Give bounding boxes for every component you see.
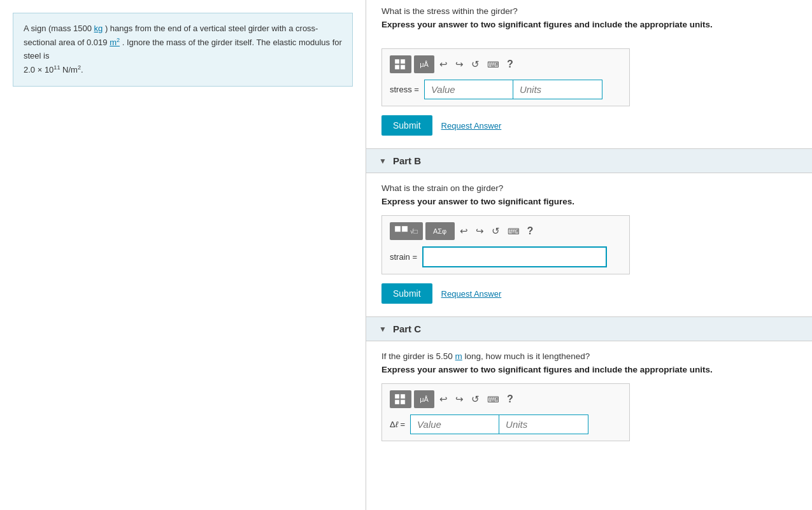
part-c-grid-btn[interactable] (390, 390, 411, 408)
part-a-redo-btn[interactable]: ↪ (453, 55, 466, 73)
left-panel: A sign (mass 1500 kg ) hangs from the en… (0, 0, 366, 510)
part-b-submit-button[interactable]: Submit (381, 283, 432, 304)
part-c-unit-m: m (455, 351, 462, 361)
part-c-content: If the girder is 5.50 m long, how much i… (366, 341, 812, 463)
unit-kg: kg (94, 24, 103, 33)
part-c-answer-box: μÅ ↩ ↪ ↺ ⌨ ? Δℓ = (381, 383, 630, 441)
svg-rect-10 (401, 400, 405, 404)
part-c-instruction: Express your answer to two significant f… (381, 365, 797, 374)
part-a-units-input[interactable] (513, 80, 602, 99)
part-c-input-row: Δℓ = (390, 414, 622, 434)
part-c-toolbar: μÅ ↩ ↪ ↺ ⌨ ? (390, 390, 622, 408)
part-c-arrow-icon[interactable]: ▼ (379, 325, 387, 334)
part-c-reset-btn[interactable]: ↺ (469, 390, 482, 408)
part-b-input-row: strain = (390, 246, 622, 267)
part-b-question: What is the strain on the girder? (381, 183, 797, 193)
part-c-value-input[interactable] (410, 414, 499, 434)
part-b-request-answer-button[interactable]: Request Answer (441, 289, 502, 299)
part-a-question: What is the stress within the girder? (381, 6, 797, 16)
part-b-reset-btn[interactable]: ↺ (489, 222, 502, 240)
part-c-undo-btn[interactable]: ↩ (437, 390, 450, 408)
problem-text: A sign (mass 1500 kg ) hangs from the en… (24, 22, 342, 77)
part-c-help-btn[interactable]: ? (504, 390, 516, 408)
part-c-label: Δℓ = (390, 420, 405, 429)
svg-rect-5 (402, 226, 408, 232)
part-c-header: ▼ Part C (366, 316, 812, 341)
part-a-label: stress = (390, 85, 419, 94)
svg-rect-2 (395, 65, 399, 69)
part-a-reset-btn[interactable]: ↺ (469, 55, 482, 73)
part-b-answer-box: √ √□ ΑΣφ ↩ ↪ ↺ ⌨ ? strain = (381, 215, 630, 274)
part-a-undo-btn[interactable]: ↩ (437, 55, 450, 73)
part-b-arrow-icon[interactable]: ▼ (379, 157, 387, 166)
part-a-grid-btn[interactable] (390, 55, 411, 73)
part-a-submit-button[interactable]: Submit (381, 115, 432, 136)
part-a-value-input[interactable] (424, 80, 513, 99)
part-c-keyboard-btn[interactable]: ⌨ (485, 390, 502, 408)
part-b-keyboard-btn[interactable]: ⌨ (505, 222, 522, 240)
svg-rect-1 (401, 59, 405, 64)
part-a-unit-btn[interactable]: μÅ (414, 55, 434, 73)
right-panel: What is the stress within the girder? Ex… (366, 0, 812, 510)
part-a-instruction: Express your answer to two significant f… (381, 20, 797, 29)
part-a-request-answer-button[interactable]: Request Answer (441, 121, 502, 131)
part-c-units-input[interactable] (499, 414, 588, 434)
part-b-content: What is the strain on the girder? Expres… (366, 173, 812, 316)
part-b-undo-btn[interactable]: ↩ (457, 222, 471, 240)
part-a-toolbar: μÅ ↩ ↪ ↺ ⌨ ? (390, 55, 622, 73)
svg-rect-3 (401, 65, 405, 69)
part-b-label: strain = (390, 252, 417, 262)
part-b-value-input[interactable] (422, 246, 607, 267)
part-b-redo-btn[interactable]: ↪ (473, 222, 487, 240)
part-c-label: Part C (393, 323, 421, 334)
svg-rect-9 (395, 400, 399, 404)
svg-rect-0 (395, 59, 399, 64)
part-b-instruction: Express your answer to two significant f… (381, 197, 797, 206)
part-b-toolbar: √ √□ ΑΣφ ↩ ↪ ↺ ⌨ ? (390, 222, 622, 240)
part-a-input-row: stress = (390, 80, 622, 99)
part-c-redo-btn[interactable]: ↪ (453, 390, 466, 408)
part-b-header: ▼ Part B (366, 148, 812, 173)
problem-statement: A sign (mass 1500 kg ) hangs from the en… (13, 13, 353, 87)
part-a-help-btn[interactable]: ? (504, 55, 516, 73)
part-b-symbol-btn[interactable]: ΑΣφ (425, 222, 455, 240)
part-a-keyboard-btn[interactable]: ⌨ (485, 55, 502, 73)
svg-rect-8 (401, 394, 405, 399)
part-b-math-btn[interactable]: √ √□ (390, 222, 423, 240)
part-b-help-btn[interactable]: ? (525, 222, 536, 240)
part-a-submit-row: Submit Request Answer (381, 115, 797, 136)
unit-m2: m2 (110, 38, 120, 47)
part-b-submit-row: Submit Request Answer (381, 283, 797, 304)
svg-rect-7 (395, 394, 399, 399)
part-a-content: μÅ ↩ ↪ ↺ ⌨ ? stress = Submit Request Ans… (366, 38, 812, 148)
part-c-unit-btn[interactable]: μÅ (414, 390, 434, 408)
part-b-label: Part B (393, 155, 421, 166)
part-c-question: If the girder is 5.50 m long, how much i… (381, 351, 797, 361)
part-a-answer-box: μÅ ↩ ↪ ↺ ⌨ ? stress = (381, 48, 630, 106)
svg-text:√: √ (395, 227, 397, 232)
part-a-top: What is the stress within the girder? Ex… (366, 0, 812, 29)
